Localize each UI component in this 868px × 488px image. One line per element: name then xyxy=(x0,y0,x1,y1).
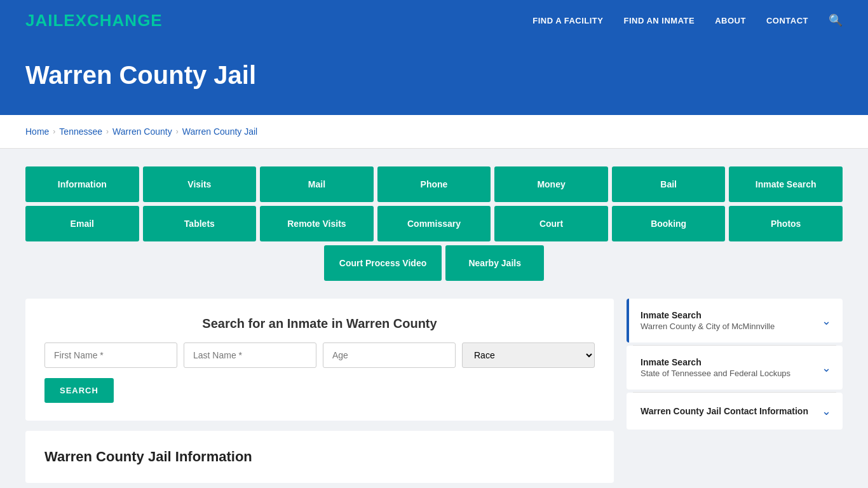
btn-court-process-video[interactable]: Court Process Video xyxy=(324,245,442,281)
search-fields: Race White Black Hispanic Asian Other xyxy=(44,342,595,368)
btn-inmate-search[interactable]: Inmate Search xyxy=(729,166,843,202)
btn-court[interactable]: Court xyxy=(494,206,608,241)
nav-find-inmate[interactable]: FIND AN INMATE xyxy=(623,16,695,25)
search-button[interactable]: SEARCH xyxy=(44,378,114,403)
button-grid-row3: Court Process Video Nearby Jails xyxy=(25,245,843,281)
sidebar-card-text-0: Inmate Search Warren County & City of Mc… xyxy=(641,310,775,331)
info-title: Warren County Jail Information xyxy=(44,449,595,465)
nav-contact[interactable]: CONTACT xyxy=(766,16,808,25)
button-grid-row1: Information Visits Mail Phone Money Bail… xyxy=(25,166,843,202)
sidebar-card-2[interactable]: Warren County Jail Contact Information ⌄ xyxy=(627,393,843,430)
race-select[interactable]: Race White Black Hispanic Asian Other xyxy=(462,342,595,368)
button-grid-row2: Email Tablets Remote Visits Commissary C… xyxy=(25,206,843,241)
sidebar-card-text-1: Inmate Search State of Tennessee and Fed… xyxy=(641,357,790,378)
sidebar-card-header-2[interactable]: Warren County Jail Contact Information ⌄ xyxy=(629,393,843,430)
breadcrumb: Home › Tennessee › Warren County › Warre… xyxy=(25,126,843,137)
sidebar-card-1[interactable]: Inmate Search State of Tennessee and Fed… xyxy=(627,346,843,390)
breadcrumb-home[interactable]: Home xyxy=(25,126,49,137)
sidebar-card-subtitle-1: State of Tennessee and Federal Lockups xyxy=(641,369,790,378)
breadcrumb-sep-1: › xyxy=(53,127,55,136)
bottom-section: Search for an Inmate in Warren County Ra… xyxy=(25,299,843,483)
sidebar-card-text-2: Warren County Jail Contact Information xyxy=(641,406,808,416)
breadcrumb-warren-county[interactable]: Warren County xyxy=(112,126,172,137)
nav-about[interactable]: ABOUT xyxy=(715,16,746,25)
breadcrumb-sep-3: › xyxy=(176,127,179,136)
breadcrumb-wrap: Home › Tennessee › Warren County › Warre… xyxy=(0,115,868,149)
sidebar-card-title-0: Inmate Search xyxy=(641,310,775,320)
chevron-down-icon-1: ⌄ xyxy=(822,361,831,375)
btn-phone[interactable]: Phone xyxy=(377,166,491,202)
btn-photos[interactable]: Photos xyxy=(729,206,843,241)
site-header: JAILEXCHANGE FIND A FACILITY FIND AN INM… xyxy=(0,0,868,41)
btn-information[interactable]: Information xyxy=(25,166,139,202)
nav-find-facility[interactable]: FIND A FACILITY xyxy=(532,16,603,25)
btn-tablets[interactable]: Tablets xyxy=(143,206,257,241)
btn-money[interactable]: Money xyxy=(494,166,608,202)
search-icon-button[interactable]: 🔍 xyxy=(829,13,843,27)
sidebar-card-title-1: Inmate Search xyxy=(641,357,790,367)
chevron-down-icon-0: ⌄ xyxy=(822,314,831,328)
btn-visits[interactable]: Visits xyxy=(143,166,257,202)
btn-remote-visits[interactable]: Remote Visits xyxy=(260,206,374,241)
sidebar-card-subtitle-0: Warren County & City of McMinnville xyxy=(641,322,775,331)
site-logo[interactable]: JAILEXCHANGE xyxy=(25,11,163,30)
age-input[interactable] xyxy=(323,342,456,368)
sidebar-card-header-0[interactable]: Inmate Search Warren County & City of Mc… xyxy=(629,299,843,342)
breadcrumb-tennessee[interactable]: Tennessee xyxy=(59,126,102,137)
breadcrumb-warren-county-jail[interactable]: Warren County Jail xyxy=(182,126,258,137)
last-name-input[interactable] xyxy=(184,342,316,368)
sidebar: Inmate Search Warren County & City of Mc… xyxy=(627,299,843,483)
page-title: Warren County Jail xyxy=(25,61,843,90)
btn-commissary[interactable]: Commissary xyxy=(377,206,491,241)
logo-exchange: EXCHANGE xyxy=(64,11,162,30)
chevron-down-icon-2: ⌄ xyxy=(822,404,831,418)
logo-jail: JAIL xyxy=(25,11,64,30)
main-content: Information Visits Mail Phone Money Bail… xyxy=(0,149,868,488)
btn-mail[interactable]: Mail xyxy=(260,166,374,202)
main-nav: FIND A FACILITY FIND AN INMATE ABOUT CON… xyxy=(532,13,843,27)
sidebar-card-header-1[interactable]: Inmate Search State of Tennessee and Fed… xyxy=(629,346,843,390)
btn-booking[interactable]: Booking xyxy=(612,206,726,241)
search-title: Search for an Inmate in Warren County xyxy=(44,316,595,331)
sidebar-card-0[interactable]: Inmate Search Warren County & City of Mc… xyxy=(627,299,843,342)
inmate-search-box: Search for an Inmate in Warren County Ra… xyxy=(25,299,614,421)
breadcrumb-sep-2: › xyxy=(106,127,109,136)
btn-email[interactable]: Email xyxy=(25,206,139,241)
first-name-input[interactable] xyxy=(44,342,177,368)
hero-banner: Warren County Jail xyxy=(0,41,868,115)
btn-bail[interactable]: Bail xyxy=(612,166,726,202)
sidebar-card-title-2: Warren County Jail Contact Information xyxy=(641,406,808,416)
btn-nearby-jails[interactable]: Nearby Jails xyxy=(445,245,544,281)
info-section: Warren County Jail Information xyxy=(25,431,614,483)
